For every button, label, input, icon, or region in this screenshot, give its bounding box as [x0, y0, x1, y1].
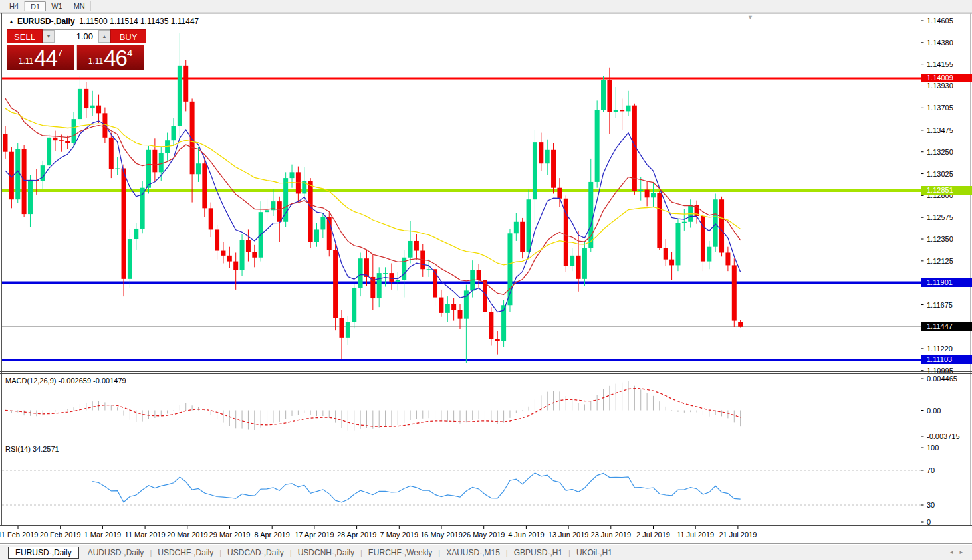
- sell-price-pip: 7: [57, 47, 62, 58]
- candle-body: [314, 229, 319, 242]
- candle-body: [152, 150, 157, 173]
- tab-usdcad-daily[interactable]: USDCAD-,Daily: [221, 547, 290, 559]
- candle-body: [595, 110, 600, 182]
- rsi-line: [92, 473, 740, 502]
- date-label: 13 Jun 2019: [548, 531, 589, 539]
- ohlc-readout: 1.11500 1.11514 1.11435 1.11447: [79, 17, 199, 26]
- tab-audusd-daily[interactable]: AUDUSD-,Daily: [82, 547, 150, 559]
- candle-body: [53, 138, 57, 140]
- price-badge: 1.14009: [921, 74, 972, 82]
- buy-button[interactable]: BUY: [110, 29, 146, 43]
- candle-body: [246, 240, 251, 252]
- macd-axis-label: 0.004465: [927, 375, 957, 383]
- volume-increase-button[interactable]: ▲: [98, 30, 110, 43]
- timeframe-button-h4[interactable]: H4: [4, 1, 25, 11]
- timeframe-button-d1[interactable]: D1: [25, 1, 46, 11]
- volume-input[interactable]: 1.00: [55, 30, 98, 43]
- candle-body: [396, 280, 400, 282]
- tab-ukoil-h1[interactable]: UKOil-,H1: [570, 547, 618, 559]
- buy-price-big: 46: [104, 48, 127, 68]
- candle-body: [202, 163, 207, 208]
- collapse-arrow-icon[interactable]: ▲: [9, 19, 14, 25]
- candle-body: [233, 262, 238, 270]
- candle-body: [738, 322, 743, 327]
- macd-axis-label: 0.00: [927, 407, 941, 415]
- tab-eurchf-weekly[interactable]: EURCHF-,Weekly: [362, 547, 438, 559]
- candle-body: [320, 217, 325, 229]
- candle-body: [333, 250, 338, 318]
- candle-body: [209, 208, 213, 229]
- candle-body: [65, 141, 70, 143]
- price-tick-label: 1.14605: [927, 17, 953, 25]
- date-label: 20 Mar 2019: [167, 531, 208, 539]
- date-label: 7 May 2019: [380, 531, 418, 539]
- tab-xauusd-m15[interactable]: XAUUSD-,M15: [440, 547, 506, 559]
- sell-price-display[interactable]: 1.11447: [7, 45, 74, 70]
- price-tick-label: 1.12350: [927, 235, 953, 243]
- candle-body: [527, 199, 531, 252]
- candle-body: [240, 240, 245, 270]
- ma-slow-line: [5, 108, 741, 265]
- candle-body: [28, 180, 33, 214]
- candle-body: [445, 304, 450, 313]
- tab-usdchf-daily[interactable]: USDCHF-,Daily: [152, 547, 219, 559]
- candle-body: [551, 150, 556, 188]
- chart-shift-marker-icon[interactable]: ▼: [747, 14, 753, 21]
- candle-body: [651, 193, 656, 197]
- price-tick-label: 1.11675: [927, 301, 953, 309]
- candle-body: [128, 239, 132, 279]
- buy-price-display[interactable]: 1.11464: [76, 45, 144, 70]
- price-badge: 1.12851: [921, 186, 972, 195]
- candle-body: [265, 210, 269, 212]
- price-tick-label: 1.14155: [927, 60, 953, 68]
- timeframe-button-w1[interactable]: W1: [46, 1, 68, 11]
- date-label: 11 Feb 2019: [0, 531, 38, 539]
- date-label: 2 Jul 2019: [636, 531, 670, 539]
- candle-body: [539, 142, 543, 163]
- candle-body: [196, 163, 201, 174]
- tab-gbpusd-h1[interactable]: GBPUSD-,H1: [508, 547, 568, 559]
- candle-body: [383, 273, 388, 274]
- date-label: 20 Feb 2019: [40, 531, 81, 539]
- candle-body: [657, 193, 662, 248]
- price-badge: 1.11901: [921, 278, 972, 287]
- candle-body: [41, 165, 45, 181]
- price-badge: 1.11103: [921, 355, 972, 364]
- tab-usdcnh-daily[interactable]: USDCNH-,Daily: [292, 547, 360, 559]
- candle-body: [15, 149, 20, 199]
- candle-body: [109, 138, 114, 169]
- candle-body: [607, 80, 612, 112]
- candle-body: [183, 66, 188, 102]
- tab-scroll-arrows[interactable]: ◂▸: [950, 549, 969, 555]
- sell-button[interactable]: SELL: [7, 29, 43, 43]
- candle-body: [134, 229, 138, 239]
- candle-body: [557, 188, 562, 199]
- timeframe-button-mn[interactable]: MN: [68, 1, 91, 11]
- date-label: 17 Apr 2019: [295, 531, 334, 539]
- macd-label: MACD(12,26,9) -0.002659 -0.001479: [5, 377, 126, 385]
- chart-canvas[interactable]: [0, 0, 972, 560]
- price-tick-label: 1.13025: [927, 170, 953, 178]
- candle-body: [252, 252, 257, 258]
- candle-body: [377, 273, 382, 298]
- candle-body: [477, 270, 481, 280]
- candle-body: [725, 252, 730, 265]
- candle-body: [719, 199, 724, 252]
- candle-body: [601, 80, 606, 110]
- candle-body: [146, 150, 151, 188]
- date-label: 11 Mar 2019: [125, 531, 166, 539]
- candle-body: [645, 190, 650, 198]
- date-label: 21 Jul 2019: [719, 531, 757, 539]
- candle-body: [3, 134, 8, 152]
- candle-body: [489, 312, 493, 339]
- candle-body: [570, 256, 574, 266]
- date-label: 11 Jul 2019: [677, 531, 714, 539]
- price-tick-label: 1.10995: [927, 367, 953, 375]
- tab-eurusd-daily[interactable]: EURUSD-,Daily: [8, 547, 79, 559]
- volume-decrease-button[interactable]: ▼: [43, 30, 55, 43]
- candle-body: [290, 172, 295, 178]
- candle-body: [620, 110, 624, 111]
- candle-body: [90, 106, 95, 108]
- candle-body: [682, 222, 687, 223]
- symbol-tab-bar: EURUSD-,DailyAUDUSD-,Daily|USDCHF-,Daily…: [0, 545, 972, 560]
